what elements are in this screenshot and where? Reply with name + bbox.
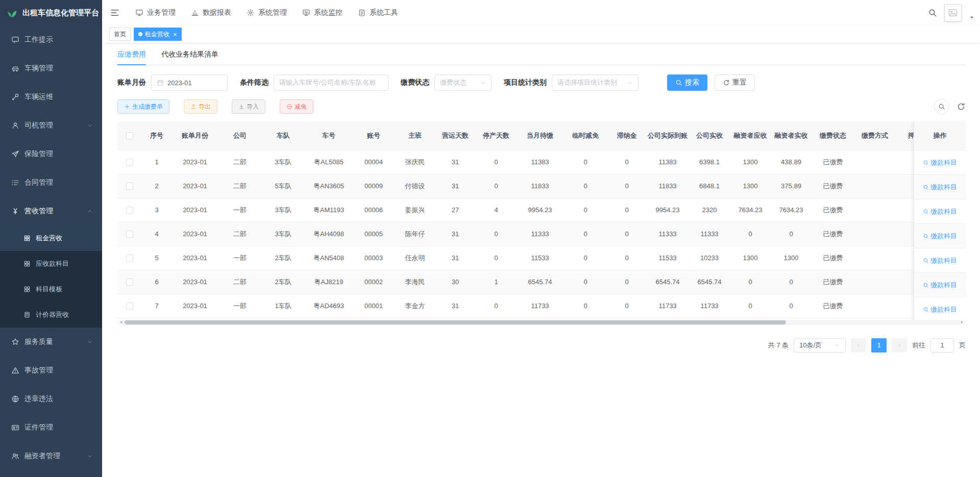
- row-checkbox[interactable]: [126, 207, 133, 214]
- sidebar-item-1[interactable]: 车辆管理: [0, 54, 102, 83]
- action-button-3[interactable]: 减免: [280, 99, 313, 114]
- row-checkbox[interactable]: [126, 183, 133, 190]
- cell: 0: [476, 294, 517, 318]
- column-header-14: 融资者应收: [730, 121, 771, 150]
- sidebar-subitem-2[interactable]: 科目模板: [0, 277, 102, 302]
- sidebar-item-4[interactable]: 保险管理: [0, 140, 102, 168]
- sidebar-item-0[interactable]: 工作提示: [0, 26, 102, 54]
- pay-subject-link[interactable]: 缴款科目: [923, 305, 957, 314]
- pay-subject-link[interactable]: 缴款科目: [923, 232, 957, 241]
- cell: 0: [564, 294, 607, 318]
- prev-page-button[interactable]: [851, 338, 866, 353]
- goto-page-input[interactable]: [930, 338, 954, 353]
- topnav-item-3[interactable]: 系统监控: [295, 0, 350, 26]
- topnav-item-0[interactable]: 业务管理: [128, 0, 183, 26]
- status-select[interactable]: 缴费状态: [434, 74, 492, 91]
- tag-0[interactable]: 首页: [109, 28, 131, 41]
- cell: 已缴费: [812, 246, 854, 270]
- sidebar-item-9[interactable]: 违章违法: [0, 385, 102, 413]
- cell: 0: [607, 174, 646, 198]
- content-tabs: 应缴费用代收业务结果清单: [117, 50, 966, 65]
- cell: 11733: [517, 294, 564, 318]
- row-checkbox[interactable]: [126, 231, 133, 238]
- topnav-item-1[interactable]: 数据报表: [183, 0, 239, 26]
- page-number-button[interactable]: 1: [871, 338, 887, 353]
- cell: 30: [435, 270, 476, 294]
- sidebar-item-5[interactable]: 合同管理: [0, 168, 102, 197]
- row-checkbox[interactable]: [126, 303, 133, 310]
- sidebar-item-10[interactable]: 证件管理: [0, 413, 102, 442]
- sidebar-item-3[interactable]: 司机管理: [0, 111, 102, 140]
- row-checkbox[interactable]: [126, 159, 133, 166]
- cell: 0: [564, 246, 607, 270]
- tab-1[interactable]: 代收业务结果清单: [161, 50, 218, 65]
- cell: [854, 150, 895, 174]
- horizontal-scrollbar[interactable]: [117, 320, 966, 325]
- cell: 00006: [352, 198, 395, 222]
- cell: 0: [476, 174, 517, 198]
- cell: 5车队: [261, 174, 305, 198]
- sidebar-subitem-0[interactable]: 租金营收: [0, 225, 102, 251]
- scroll-right-icon[interactable]: [960, 320, 964, 324]
- sidebar-item-11[interactable]: 融资者管理: [0, 442, 102, 470]
- cell: 2023-01: [172, 174, 218, 198]
- action-button-1[interactable]: 导出: [184, 99, 217, 114]
- sidebar-item-8[interactable]: 事故管理: [0, 356, 102, 385]
- topnav-item-4[interactable]: 系统工具: [350, 0, 406, 26]
- action-button-2[interactable]: 导入: [232, 99, 265, 114]
- pay-subject-link[interactable]: 缴款科目: [923, 183, 957, 192]
- search-icon[interactable]: [928, 8, 937, 17]
- tab-0[interactable]: 应缴费用: [117, 50, 146, 65]
- cell: [854, 198, 895, 222]
- pay-subject-link[interactable]: 缴款科目: [923, 158, 957, 167]
- avatar[interactable]: [944, 4, 962, 21]
- reset-button[interactable]: 重置: [715, 74, 755, 91]
- tag-label: 首页: [114, 30, 126, 39]
- month-input[interactable]: 2023-01: [151, 74, 228, 91]
- cell: 00001: [352, 294, 395, 318]
- caret-down-icon[interactable]: [969, 14, 975, 20]
- cell: 375.89: [771, 174, 812, 198]
- user-icon: [11, 121, 19, 130]
- pay-subject-link[interactable]: 缴款科目: [923, 207, 957, 216]
- sidebar-item-6[interactable]: 营收管理: [0, 197, 102, 225]
- scroll-left-icon[interactable]: [119, 320, 124, 324]
- chevron-up-icon: [87, 208, 93, 214]
- select-all-checkbox[interactable]: [126, 132, 133, 139]
- sidebar-subitem-label: 计价器营收: [36, 310, 69, 319]
- grid-icon: [23, 235, 31, 242]
- tag-dot: [138, 32, 142, 36]
- cell: 4: [142, 222, 172, 246]
- tag-1[interactable]: 租金营收×: [134, 28, 182, 41]
- row-checkbox[interactable]: [126, 255, 133, 262]
- table-tools: [934, 99, 966, 114]
- image-placeholder-icon: [948, 8, 958, 18]
- minus-circle-icon: [286, 104, 292, 110]
- cell: 11533: [517, 246, 564, 270]
- topnav-item-2[interactable]: 系统管理: [239, 0, 295, 26]
- table-search-toggle[interactable]: [934, 99, 949, 114]
- next-page-button[interactable]: [892, 338, 907, 353]
- sidebar-subitem-3[interactable]: 计价器营收: [0, 302, 102, 328]
- action-button-0[interactable]: 生成缴费单: [117, 99, 169, 114]
- page-size-select[interactable]: 10条/页: [794, 338, 846, 353]
- cell: 陈年仔: [395, 222, 435, 246]
- sidebar-item-2[interactable]: 车辆运维: [0, 83, 102, 111]
- sidebar-item-7[interactable]: 服务质量: [0, 328, 102, 356]
- close-icon[interactable]: ×: [173, 31, 177, 38]
- cell: 438.89: [771, 150, 812, 174]
- search-button[interactable]: 搜索: [667, 74, 707, 91]
- pay-subject-link[interactable]: 缴款科目: [923, 281, 957, 290]
- sidebar-item-label: 事故管理: [24, 366, 53, 375]
- condition-input[interactable]: 请输入车牌号/公司名称/车队名称: [274, 74, 388, 91]
- row-checkbox[interactable]: [126, 279, 133, 286]
- scrollbar-thumb[interactable]: [125, 320, 786, 324]
- search-icon: [923, 184, 929, 190]
- operation-cell: 缴款科目: [914, 248, 966, 273]
- hamburger-icon[interactable]: [102, 0, 128, 26]
- sidebar-subitem-1[interactable]: 应收款科目: [0, 251, 102, 277]
- category-select[interactable]: 请选择项目统计类别: [552, 74, 639, 91]
- refresh-icon[interactable]: [957, 102, 966, 111]
- pay-subject-link[interactable]: 缴款科目: [923, 256, 957, 265]
- column-header-4: 车号: [305, 121, 352, 150]
